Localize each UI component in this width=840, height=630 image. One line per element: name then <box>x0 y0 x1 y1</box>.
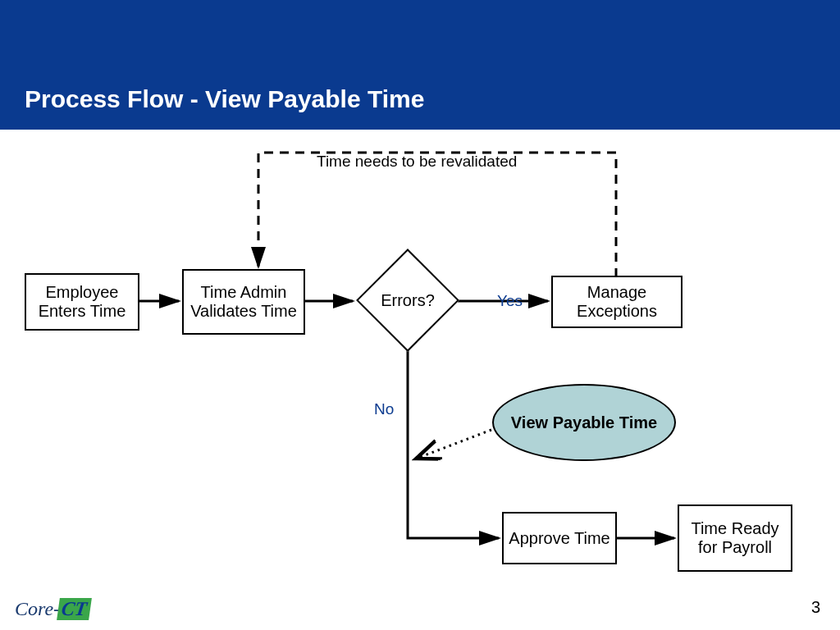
node-view-payable-time: View Payable Time <box>492 384 676 461</box>
slide-title: Process Flow - View Payable Time <box>25 85 424 113</box>
flowchart-canvas: Employee Enters Time Time Admin Validate… <box>0 130 840 630</box>
node-approve-time: Approve Time <box>502 512 617 564</box>
decision-label: Errors? <box>358 251 457 349</box>
core-ct-logo: Core-CT <box>15 598 90 620</box>
label-yes: Yes <box>497 292 523 310</box>
node-errors-decision: Errors? <box>358 251 457 349</box>
node-employee-enters-time: Employee Enters Time <box>25 273 139 331</box>
label-no: No <box>374 400 394 418</box>
logo-text-ct: CT <box>57 598 91 620</box>
node-time-admin-validates: Time Admin Validates Time <box>182 269 305 335</box>
slide-header: Process Flow - View Payable Time <box>0 0 840 130</box>
label-revalidate: Time needs to be revalidated <box>317 153 517 171</box>
node-manage-exceptions: Manage Exceptions <box>551 276 682 328</box>
page-number: 3 <box>811 598 820 617</box>
node-time-ready-payroll: Time Ready for Payroll <box>678 504 792 572</box>
logo-text-core: Core- <box>15 598 60 619</box>
